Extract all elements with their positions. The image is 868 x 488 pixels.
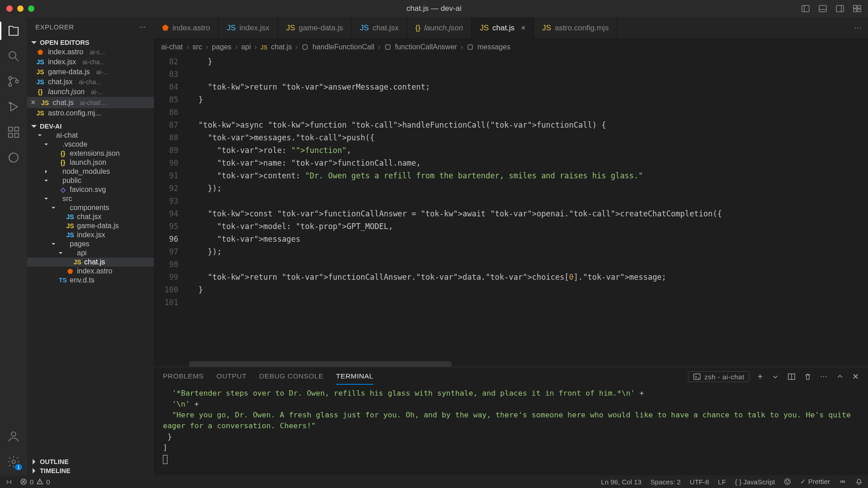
close-panel-icon[interactable]: ✕ (852, 372, 859, 382)
maximize-panel-icon[interactable] (836, 373, 844, 381)
file-icon: {} (59, 150, 67, 157)
open-editors-section[interactable]: OPEN EDITORS (27, 38, 154, 47)
encoding-status[interactable]: UTF-8 (690, 478, 709, 486)
breadcrumb-item[interactable]: messages (477, 43, 510, 51)
breadcrumb-item[interactable]: functionCallAnswer (395, 43, 457, 51)
project-section[interactable]: DEV-AI (27, 122, 154, 131)
file-icon: JS (66, 231, 74, 239)
folder-item[interactable]: node_modules (27, 167, 154, 176)
panel-right-icon[interactable] (835, 4, 844, 13)
radio-icon[interactable] (839, 478, 846, 485)
open-editor-item[interactable]: JSgame-data.jsai-... (27, 67, 154, 77)
file-item[interactable]: TSenv.d.ts (27, 276, 154, 285)
panel-bottom-icon[interactable] (818, 4, 827, 13)
editor-tab[interactable]: JSchat.jsx (352, 17, 407, 38)
breadcrumb-item[interactable]: src (192, 43, 202, 51)
breadcrumb-item[interactable]: chat.js (271, 43, 292, 51)
panel-more-icon[interactable]: ⋯ (820, 373, 828, 381)
file-item[interactable]: {}launch.json (27, 158, 154, 167)
editor-tab[interactable]: JSastro.config.mjs (534, 17, 617, 38)
panel-tab[interactable]: PROBLEMS (163, 368, 204, 385)
problems-status[interactable]: 0 0 (20, 478, 50, 486)
timeline-section[interactable]: TIMELINE (27, 466, 154, 475)
editor-tab[interactable]: JSindex.jsx (219, 17, 278, 38)
folder-item[interactable]: src (27, 194, 154, 203)
file-item[interactable]: ⬟index.astro (27, 267, 154, 276)
folder-item[interactable]: ai-chat (27, 131, 154, 140)
panel-tab[interactable]: OUTPUT (216, 368, 247, 385)
editor-tab[interactable]: ⬟index.astro (154, 17, 219, 38)
panel-tab[interactable]: DEBUG CONSOLE (259, 368, 324, 385)
breadcrumb-item[interactable]: api (241, 43, 251, 51)
layout-grid-icon[interactable] (853, 4, 862, 13)
panel-left-icon[interactable] (801, 4, 810, 13)
open-editor-item[interactable]: ⬟index.astroai-c... (27, 47, 154, 57)
remote-icon[interactable] (5, 478, 13, 485)
layout-controls (801, 4, 862, 13)
folder-item[interactable]: public (27, 176, 154, 185)
settings-button[interactable]: 1 (6, 455, 21, 469)
file-icon: ⬟ (162, 23, 169, 33)
file-item[interactable]: JSindex.jsx (27, 230, 154, 239)
feedback-icon[interactable] (784, 478, 791, 485)
chevron-down-icon[interactable] (771, 373, 779, 381)
open-editor-item[interactable]: {}launch.jsonai-... (27, 87, 154, 97)
tab-label: index.jsx (239, 24, 269, 33)
eol-status[interactable]: LF (718, 478, 726, 486)
new-terminal-icon[interactable]: + (758, 372, 763, 382)
file-icon: JS (261, 44, 267, 51)
breadcrumb-item[interactable]: pages (212, 43, 232, 51)
breadcrumb-item[interactable]: handleFunctionCall (312, 43, 374, 51)
symbol-icon (384, 43, 391, 51)
folder-item[interactable]: .vscode (27, 140, 154, 149)
search-tab[interactable] (6, 49, 21, 63)
editor-tab[interactable]: {}launch.json (407, 17, 472, 38)
breadcrumb[interactable]: ai-chat›src›pages›api›JSchat.js›handleFu… (154, 39, 868, 55)
panel-tab[interactable]: TERMINAL (336, 368, 373, 385)
language-status[interactable]: { } JavaScript (735, 478, 775, 486)
outline-section[interactable]: OUTLINE (27, 457, 154, 466)
open-editor-item[interactable]: JSindex.jsxai-cha... (27, 57, 154, 67)
folder-item[interactable]: api (27, 249, 154, 258)
file-item[interactable]: JSchat.jsx (27, 212, 154, 221)
terminal-selector[interactable]: zsh - ai-chat (688, 371, 749, 382)
breadcrumb-item[interactable]: ai-chat (161, 43, 183, 51)
maximize-window-button[interactable] (28, 5, 34, 12)
split-terminal-icon[interactable] (787, 373, 796, 381)
terminal-output[interactable]: '*Bartender steps over to Dr. Owen, refi… (154, 386, 868, 475)
code-content[interactable]: } "tok-kw">return "tok-var">answerMessag… (189, 55, 868, 367)
open-editor-item[interactable]: JSchat.jsxai-cha... (27, 77, 154, 87)
file-item[interactable]: {}extensions.json (27, 149, 154, 158)
warning-icon (36, 478, 43, 485)
sidebar-more-icon[interactable]: ⋯ (139, 23, 146, 31)
bell-icon[interactable] (855, 478, 863, 485)
close-tab-icon[interactable]: × (521, 24, 525, 33)
folder-item[interactable]: pages (27, 239, 154, 249)
file-item[interactable]: JSchat.js (27, 258, 154, 267)
cursor-position[interactable]: Ln 96, Col 13 (601, 478, 641, 486)
accounts-button[interactable] (6, 429, 21, 444)
tab-more-icon[interactable]: ⋯ (854, 23, 862, 33)
horizontal-scrollbar[interactable] (189, 361, 452, 367)
svg-rect-28 (468, 45, 472, 49)
item-label: components (70, 204, 109, 212)
source-control-tab[interactable] (6, 74, 21, 89)
debug-tab[interactable] (6, 100, 21, 114)
file-item[interactable]: ◇favicon.svg (27, 185, 154, 194)
extensions-tab[interactable] (6, 125, 21, 139)
explorer-tab[interactable] (6, 24, 21, 38)
misc-tab[interactable] (6, 150, 21, 165)
open-editor-item[interactable]: ×JSchat.jsai-chat/... (27, 97, 154, 108)
close-window-button[interactable] (6, 5, 13, 12)
minimize-window-button[interactable] (17, 5, 24, 12)
close-icon[interactable]: × (31, 98, 36, 107)
file-item[interactable]: JSgame-data.js (27, 221, 154, 230)
prettier-status[interactable]: ✓ Prettier (800, 478, 830, 486)
code-editor[interactable]: 8283848586878889909192939495969798991001… (154, 55, 868, 367)
folder-item[interactable]: components (27, 203, 154, 212)
indentation-status[interactable]: Spaces: 2 (650, 478, 681, 486)
editor-tab[interactable]: JSchat.js× (472, 17, 534, 38)
trash-icon[interactable] (804, 373, 812, 381)
open-editor-item[interactable]: JSastro.config.mj... (27, 108, 154, 118)
editor-tab[interactable]: JSgame-data.js (278, 17, 352, 38)
